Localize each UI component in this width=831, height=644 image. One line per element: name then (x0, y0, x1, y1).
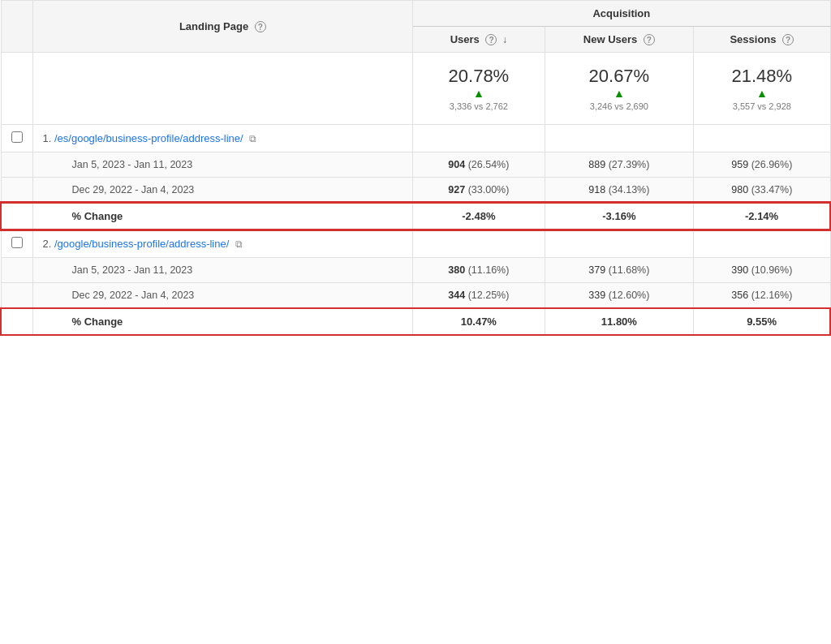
row1-new-users-landing (545, 125, 694, 152)
row2-number: 2. (43, 238, 52, 250)
row2-pct-check (1, 308, 32, 335)
row2-date1-row: Jan 5, 2023 - Jan 11, 2023 380 (11.16%) … (1, 258, 830, 283)
row1-date1-row: Jan 5, 2023 - Jan 11, 2023 904 (26.54%) … (1, 152, 830, 178)
row2-date1-users: 380 (11.16%) (413, 258, 545, 283)
row1-pct-label: % Change (32, 203, 413, 230)
row2-pct-new-users: 11.80% (545, 308, 694, 335)
row1-checkbox[interactable] (11, 131, 23, 143)
summary-new-users-compare: 3,246 vs 2,690 (555, 101, 684, 111)
row2-pct-users: 10.47% (413, 308, 545, 335)
new-users-col-header: New Users ? (545, 27, 694, 53)
row1-pct-users: -2.48% (413, 203, 545, 230)
row2-date2-new-users: 339 (12.60%) (545, 283, 694, 309)
row1-pct-check (1, 203, 32, 230)
row2-pct-change-row: % Change 10.47% 11.80% 9.55% (1, 308, 830, 335)
row2-date2-label: Dec 29, 2022 - Jan 4, 2023 (32, 283, 413, 309)
row1-date2-label: Dec 29, 2022 - Jan 4, 2023 (32, 178, 413, 204)
row1-number: 1. (43, 132, 52, 144)
summary-sessions-cell: 21.48% ▲ 3,557 vs 2,928 (694, 53, 830, 125)
row1-date2-check (1, 178, 32, 204)
row1-landing-link[interactable]: /es/google/business-profile/address-line… (54, 132, 243, 144)
analytics-table: Landing Page ? Acquisition Users ? ↓ New… (0, 0, 831, 336)
row2-date1-label: Jan 5, 2023 - Jan 11, 2023 (32, 258, 413, 283)
sessions-col-header: Sessions ? (694, 27, 830, 53)
row1-date1-check (1, 152, 32, 178)
report-table-wrapper: Landing Page ? Acquisition Users ? ↓ New… (0, 0, 831, 644)
summary-users-pct: 20.78% (423, 66, 534, 87)
row1-sessions-landing (694, 125, 830, 152)
row2-date1-new-users: 379 (11.68%) (545, 258, 694, 283)
row2-copy-icon[interactable]: ⧉ (235, 238, 243, 250)
row1-date2-row: Dec 29, 2022 - Jan 4, 2023 927 (33.00%) … (1, 178, 830, 204)
summary-new-users-pct: 20.67% (555, 66, 684, 87)
summary-checkbox-cell (1, 53, 32, 125)
summary-new-users-cell: 20.67% ▲ 3,246 vs 2,690 (545, 53, 694, 125)
landing-page-help-icon[interactable]: ? (255, 21, 266, 32)
row1-date1-new-users: 889 (27.39%) (545, 152, 694, 178)
row2-date2-users: 344 (12.25%) (413, 283, 545, 309)
row1-date1-users: 904 (26.54%) (413, 152, 545, 178)
row1-pct-new-users: -3.16% (545, 203, 694, 230)
row1-copy-icon[interactable]: ⧉ (249, 133, 256, 144)
checkbox-header-cell (1, 1, 32, 53)
new-users-help-icon[interactable]: ? (644, 34, 655, 45)
row1-pct-sessions: -2.14% (694, 203, 830, 230)
row1-date2-users: 927 (33.00%) (413, 178, 545, 204)
row1-pct-change-row: % Change -2.48% -3.16% -2.14% (1, 203, 830, 230)
summary-sessions-pct: 21.48% (704, 66, 820, 87)
landing-page-header: Landing Page ? (32, 1, 413, 53)
row2-date2-check (1, 283, 32, 309)
row2-checkbox[interactable] (11, 237, 23, 248)
landing-page-row-1: 1. /es/google/business-profile/address-l… (1, 125, 830, 152)
row2-users-landing (413, 230, 545, 258)
summary-users-cell: 20.78% ▲ 3,336 vs 2,762 (413, 53, 545, 125)
row2-landing-link[interactable]: /google/business-profile/address-line/ (54, 238, 229, 250)
users-col-header: Users ? ↓ (413, 27, 545, 53)
row2-checkbox-cell[interactable] (1, 230, 32, 258)
sessions-up-arrow: ▲ (756, 87, 768, 100)
row2-pct-label: % Change (32, 308, 413, 335)
row2-new-users-landing (545, 230, 694, 258)
row1-users-landing (413, 125, 545, 152)
new-users-up-arrow: ▲ (614, 87, 625, 100)
users-sort-icon[interactable]: ↓ (502, 34, 507, 45)
summary-landing-cell (32, 53, 413, 125)
sessions-help-icon[interactable]: ? (782, 34, 794, 45)
acquisition-header: Acquisition (413, 1, 830, 27)
row2-landing-cell: 2. /google/business-profile/address-line… (32, 230, 413, 258)
summary-sessions-compare: 3,557 vs 2,928 (704, 101, 820, 111)
row1-landing-cell: 1. /es/google/business-profile/address-l… (32, 125, 413, 152)
row2-date1-check (1, 258, 32, 283)
row1-date1-label: Jan 5, 2023 - Jan 11, 2023 (32, 152, 413, 178)
row2-pct-sessions: 9.55% (694, 308, 830, 335)
row1-date1-sessions: 959 (26.96%) (694, 152, 830, 178)
landing-page-label: Landing Page (179, 20, 248, 32)
row1-date2-sessions: 980 (33.47%) (694, 178, 830, 204)
row1-date2-new-users: 918 (34.13%) (545, 178, 694, 204)
users-help-icon[interactable]: ? (485, 34, 497, 45)
users-up-arrow: ▲ (473, 87, 484, 100)
row2-date1-sessions: 390 (10.96%) (694, 258, 830, 283)
row2-sessions-landing (694, 230, 830, 258)
row1-checkbox-cell[interactable] (1, 125, 32, 152)
summary-users-compare: 3,336 vs 2,762 (423, 101, 534, 111)
row2-date2-sessions: 356 (12.16%) (694, 283, 830, 309)
landing-page-row-2: 2. /google/business-profile/address-line… (1, 230, 830, 258)
summary-row: 20.78% ▲ 3,336 vs 2,762 20.67% ▲ 3,246 v… (1, 53, 830, 125)
row2-date2-row: Dec 29, 2022 - Jan 4, 2023 344 (12.25%) … (1, 283, 830, 309)
